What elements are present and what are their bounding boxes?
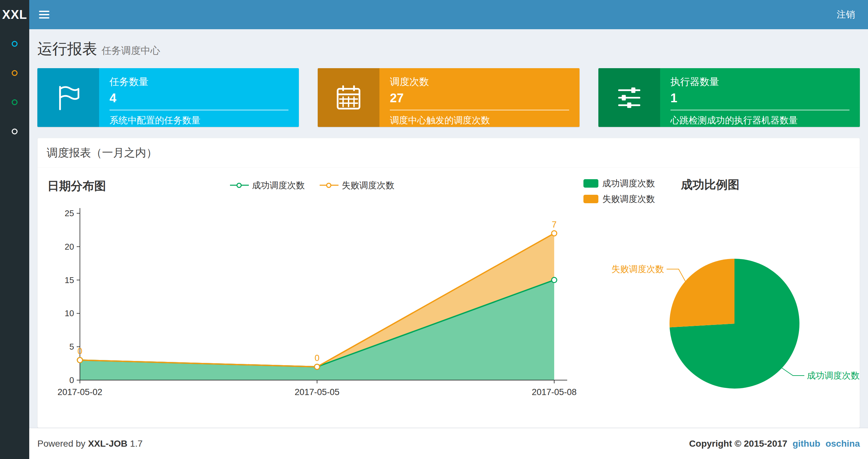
- sidebar-toggle-button[interactable]: [29, 0, 59, 29]
- calendar-icon: [318, 68, 379, 127]
- pie-legend: 成功调度次数 失败调度次数: [583, 176, 655, 205]
- info-box-label: 调度次数: [390, 75, 569, 89]
- github-link[interactable]: github: [793, 438, 820, 449]
- powered-by-prefix: Powered by: [37, 438, 86, 449]
- svg-text:25: 25: [65, 208, 74, 218]
- sidebar-item-jobs[interactable]: [0, 59, 29, 88]
- footer-right: Copyright © 2015-2017 github oschina: [689, 438, 860, 449]
- info-box-triggers: 调度次数 27 调度中心触发的调度次数: [318, 68, 579, 127]
- divider: [671, 110, 849, 110]
- date-distribution-chart: 05101520252017-05-022017-05-052017-05-08…: [41, 198, 583, 406]
- divider: [110, 110, 288, 110]
- page-subtitle: 任务调度中心: [102, 44, 160, 58]
- info-box-row: 任务数量 4 系统中配置的任务数量: [29, 59, 868, 127]
- copyright-text: Copyright © 2015-2017: [689, 438, 787, 449]
- date-distribution-section: 日期分布图 成功调度次数 失败调度次数 05101520252017-05-02…: [41, 173, 583, 418]
- pie-chart-title: 成功比例图: [681, 177, 739, 193]
- svg-text:7: 7: [552, 220, 556, 230]
- brand-name: XXL-JOB: [88, 438, 127, 449]
- oschina-link[interactable]: oschina: [826, 438, 860, 449]
- divider: [390, 110, 569, 110]
- info-box-desc: 系统中配置的任务数量: [110, 114, 288, 127]
- svg-text:0: 0: [69, 375, 74, 385]
- svg-text:10: 10: [65, 308, 74, 318]
- legend-label: 失败调度次数: [342, 179, 394, 191]
- info-box-jobs: 任务数量 4 系统中配置的任务数量: [37, 68, 299, 127]
- circle-icon: [12, 70, 18, 76]
- sidebar-item-report[interactable]: [0, 29, 29, 59]
- info-box-executors: 执行器数量 1 心跳检测成功的执行器机器数量: [598, 68, 860, 127]
- svg-text:20: 20: [65, 242, 74, 252]
- info-box-desc: 心跳检测成功的执行器机器数量: [671, 114, 849, 127]
- sliders-icon: [598, 68, 660, 127]
- logout-link[interactable]: 注销: [824, 8, 868, 21]
- page-title: 运行报表: [37, 39, 97, 59]
- legend-label: 失败调度次数: [602, 193, 655, 205]
- svg-text:2017-05-08: 2017-05-08: [532, 387, 577, 397]
- svg-text:0: 0: [314, 353, 319, 363]
- info-box-value: 1: [671, 91, 849, 105]
- success-ratio-pie-chart: 失败调度次数成功调度次数: [583, 210, 860, 418]
- svg-text:15: 15: [65, 275, 74, 285]
- legend-item-success[interactable]: 成功调度次数: [230, 179, 305, 191]
- success-ratio-section: 成功调度次数 失败调度次数 成功比例图 失败调度次数成功调度次数: [583, 173, 860, 418]
- report-panel: 调度报表（一月之内） 日期分布图 成功调度次数 失败调度次数: [37, 138, 860, 428]
- legend-label: 成功调度次数: [602, 177, 655, 189]
- sidebar-item-executor[interactable]: [0, 117, 29, 146]
- circle-icon: [12, 129, 18, 134]
- info-box-value: 27: [390, 91, 569, 105]
- sidebar-item-log[interactable]: [0, 88, 29, 117]
- powered-by: Powered byXXL-JOB1.7: [37, 438, 145, 449]
- info-box-content: 执行器数量 1 心跳检测成功的执行器机器数量: [660, 68, 860, 127]
- info-box-value: 4: [110, 91, 288, 105]
- svg-text:2017-05-05: 2017-05-05: [294, 387, 339, 397]
- svg-text:失败调度次数: 失败调度次数: [611, 264, 664, 274]
- line-chart-header: 日期分布图 成功调度次数 失败调度次数: [41, 176, 583, 194]
- legend-label: 成功调度次数: [252, 179, 305, 191]
- line-chart-legend: 成功调度次数 失败调度次数: [41, 176, 583, 194]
- panel-title: 调度报表（一月之内）: [38, 138, 860, 168]
- top-navbar: XXL 注销: [0, 0, 868, 29]
- footer: Powered byXXL-JOB1.7 Copyright © 2015-20…: [29, 428, 868, 459]
- legend-line-marker: [230, 182, 249, 189]
- panel-body: 日期分布图 成功调度次数 失败调度次数 05101520252017-05-02…: [38, 168, 860, 427]
- info-box-label: 执行器数量: [671, 75, 849, 89]
- svg-text:成功调度次数: 成功调度次数: [807, 371, 860, 381]
- version-label: 1.7: [130, 438, 143, 449]
- pie-chart-header: 成功调度次数 失败调度次数 成功比例图: [583, 176, 860, 205]
- main-content: 运行报表 任务调度中心 任务数量 4 系统中配置的任务数量: [29, 29, 868, 459]
- pie-legend-item-fail[interactable]: 失败调度次数: [583, 193, 655, 205]
- flag-icon: [37, 68, 99, 127]
- legend-swatch: [583, 195, 598, 203]
- app-logo[interactable]: XXL: [0, 0, 29, 29]
- circle-icon: [12, 99, 18, 105]
- circle-icon: [12, 41, 18, 47]
- svg-text:2017-05-02: 2017-05-02: [58, 387, 102, 397]
- legend-swatch: [583, 179, 598, 188]
- hamburger-icon: [39, 11, 50, 12]
- svg-text:0: 0: [77, 347, 82, 356]
- info-box-content: 调度次数 27 调度中心触发的调度次数: [379, 68, 579, 127]
- pie-legend-item-success[interactable]: 成功调度次数: [583, 177, 655, 189]
- sidebar: [0, 29, 29, 459]
- content-header: 运行报表 任务调度中心: [29, 29, 868, 59]
- legend-line-marker: [320, 182, 339, 189]
- line-chart-title: 日期分布图: [48, 178, 106, 194]
- svg-text:5: 5: [69, 342, 74, 352]
- info-box-label: 任务数量: [110, 75, 288, 89]
- info-box-content: 任务数量 4 系统中配置的任务数量: [99, 68, 299, 127]
- info-box-desc: 调度中心触发的调度次数: [390, 114, 569, 127]
- legend-item-fail[interactable]: 失败调度次数: [320, 179, 394, 191]
